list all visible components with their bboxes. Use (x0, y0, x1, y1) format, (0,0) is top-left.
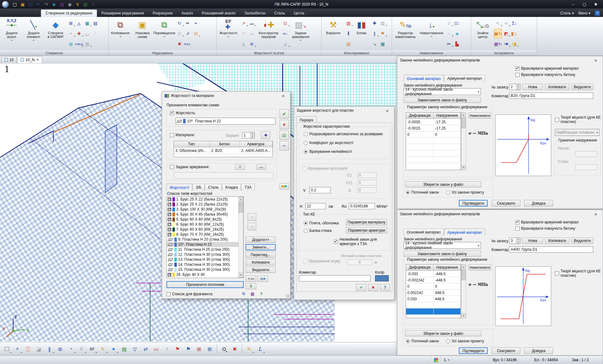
undo-icon[interactable]: ↶ (35, 1, 42, 8)
move-down-button[interactable]: ↓ (247, 223, 256, 230)
law-dropdown[interactable]: 14 - кусочно-лінійний закон деформування… (404, 242, 481, 249)
help-green-icon[interactable]: ? (258, 291, 265, 297)
list-item[interactable]: 8. Брус 70 X 70 (КМ_16x25) (167, 232, 243, 237)
table-row[interactable] (406, 302, 461, 308)
list-item[interactable]: 4. Брус 30 X 45 (балка 30x45) (167, 212, 243, 217)
close-icon[interactable]: × (591, 57, 600, 64)
change-stiffness-button[interactable]: Змінити... (246, 244, 276, 250)
reinf-add-button[interactable]: ✚ (235, 164, 245, 170)
copy-record-button[interactable]: Копіювати (545, 238, 569, 244)
move-axes-icon[interactable]: ✚▾ (75, 29, 83, 38)
strength-theory-dropdown[interactable]: Найбільших головних▾ (555, 129, 600, 136)
reinf-remove-button[interactable]: ▬ (257, 164, 266, 170)
copy-load-icon[interactable]: ⊡↓ (453, 19, 461, 28)
arc-icon[interactable]: ◡ (83, 29, 91, 38)
list-item[interactable]: 9. Пластина Н 20 (стіна 200) (167, 237, 243, 242)
variant-spinner[interactable]: 1 ▲▼ (242, 132, 255, 138)
material-params-button[interactable]: Параметри матеріалу (346, 219, 387, 225)
cut-load-icon[interactable]: ✂▾ (445, 39, 453, 49)
distributed-load-icon[interactable]: ↓↓↓▾ (445, 29, 453, 38)
list-item[interactable]: 11. Пластина Н 25 (стіна 250) (167, 247, 243, 252)
table-down-icon[interactable]: ◧↓ (510, 29, 518, 38)
pile-icon[interactable]: ⊥▾ (281, 39, 289, 49)
points-icon[interactable]: ∴ (91, 29, 99, 38)
rainbow-refresh-icon[interactable]: ▩↻ (494, 39, 502, 49)
move-button[interactable]: ⧉ Переміщення▾ (154, 18, 175, 49)
spin-down-icon[interactable]: ▼ (250, 135, 254, 138)
brush-yellow-icon[interactable]: ✎▾ (244, 343, 254, 355)
spin-up-icon[interactable]: ▲ (250, 132, 254, 135)
list-item[interactable]: 2. Брус 25 X 22 (балка 22x25) (167, 202, 243, 207)
diagram-icon[interactable]: ◩▾ (502, 29, 510, 38)
plate-stiffness-icon[interactable]: ⊡▾ (281, 19, 289, 28)
select-node-icon[interactable]: ⌖ (192, 19, 200, 28)
copy-record-button[interactable]: Копіювати (545, 84, 569, 90)
tab-steel-d[interactable]: Сталь (205, 184, 222, 190)
chart-icon[interactable]: ▥ (82, 1, 89, 8)
table-row[interactable] (406, 138, 461, 144)
reinf-params-button[interactable]: Параметри арматури (346, 227, 387, 233)
close-icon[interactable]: × (279, 92, 288, 99)
tab-base-material[interactable]: Основний матеріал (404, 229, 444, 235)
help-button[interactable]: Довідка (524, 200, 553, 206)
load-editor-button[interactable]: ✎№ Редактор завантажень (393, 18, 418, 49)
copy-page-icon[interactable]: ⧉ (240, 291, 247, 297)
spin-up-icon[interactable]: ▲ (516, 238, 520, 241)
tab-steel[interactable]: Сталь (270, 10, 289, 17)
parallel-icon[interactable]: ∥▾ (45, 343, 54, 355)
model-load-icon[interactable]: ◈ (453, 29, 461, 38)
table-row[interactable]: 00 (406, 131, 461, 138)
save-icon[interactable]: ◫ (27, 1, 34, 8)
table-row[interactable] (406, 144, 461, 150)
zoom-icon[interactable] (219, 343, 229, 355)
3d-view-icon[interactable]: ◈ (51, 1, 57, 8)
rod-icon[interactable]: ▬▾ (248, 19, 256, 28)
sheet-edit-icon[interactable]: ▦ (249, 291, 256, 297)
cancel-button[interactable]: Скасувати (492, 347, 520, 354)
stiffness-type-list[interactable]: 1. Брус 25 X 22 (балка 22x25) 2. Брус 25… (166, 196, 244, 278)
ok-button[interactable]: ✔ (356, 284, 366, 291)
close-icon[interactable]: × (383, 107, 392, 114)
list-scrollbar[interactable]: ▲ ▼ (238, 197, 243, 278)
new-record-button[interactable]: Нова (522, 238, 543, 244)
copy-button[interactable]: ⧉ Копіювання▾ (110, 18, 131, 49)
loads-button[interactable]: ↓● Навантаження▾ (419, 18, 444, 49)
table-row[interactable]: 0.002242448.5 (406, 290, 461, 296)
auto-by-size-radio[interactable]: Розраховувати автоматично за розмірами (304, 132, 383, 136)
delete-red-icon[interactable]: ✖ (230, 343, 240, 355)
rotate-copy-icon[interactable]: ↻▾ (176, 19, 183, 28)
compression-field[interactable] (575, 164, 597, 170)
numbering-icon[interactable]: №1,2↓ (184, 39, 192, 49)
tab-masonry[interactable]: Кладка (222, 184, 241, 190)
add-node-button[interactable]: X,Y,Z─●─ Додати вузол▾ (1, 18, 22, 49)
refresh-button[interactable]: ⇅ (246, 283, 256, 289)
marquee-select-icon[interactable]: ▾ (2, 343, 12, 355)
scissors-button[interactable]: ✂ (280, 141, 289, 151)
color-scale-button[interactable] (280, 183, 289, 190)
grid-pair-blue-icon[interactable]: ⊞ (205, 343, 215, 355)
v21-field[interactable]: 0 (357, 180, 377, 185)
funnel-icon[interactable]: ▽ (130, 343, 140, 355)
move-up-button[interactable]: ↑ (247, 213, 256, 221)
ro-field[interactable]: 0.0245166 (349, 203, 375, 209)
all-laws-radio[interactable]: Усі закони проекту (446, 339, 484, 343)
resize-grip[interactable] (286, 294, 290, 298)
scroll-down-icon[interactable]: ▼ (461, 165, 466, 170)
cylinder-icon[interactable]: ◓▾ (67, 29, 75, 38)
list-item[interactable]: 16. Брус 40 X 40 (167, 272, 243, 277)
tab-close-icon[interactable]: ✕ (36, 58, 39, 62)
grid-pair-red-icon[interactable]: ⊞ (194, 343, 204, 355)
add-cross-icon[interactable]: ✚ (371, 19, 378, 28)
tab-analysis[interactable]: Аналіз (177, 10, 197, 17)
create-in-sapfir-button[interactable]: ◆ Створити в САПФІР (45, 18, 66, 49)
cancel-button[interactable]: ✖ (368, 284, 378, 291)
save-law-button[interactable]: Зберегти закон у файл (405, 181, 481, 187)
list-item[interactable]: 7. Брус 60 X 60 (КМ_16x25) (167, 227, 243, 232)
quick-run-icon[interactable]: ↯ (74, 1, 81, 8)
table-row[interactable] (406, 150, 461, 157)
law-dropdown[interactable]: 14 - кусочно-лінійний закон деформування… (404, 88, 481, 95)
reinforcement-field[interactable] (174, 172, 274, 179)
dialog-title-bar[interactable]: Задання жорсткості для пластин × (294, 106, 394, 115)
add-element-button[interactable]: ╲● Додати елемент▾ (23, 18, 44, 49)
list-item[interactable]: 6. Брус 60 X 60 (КМ_12x25) (167, 222, 243, 227)
